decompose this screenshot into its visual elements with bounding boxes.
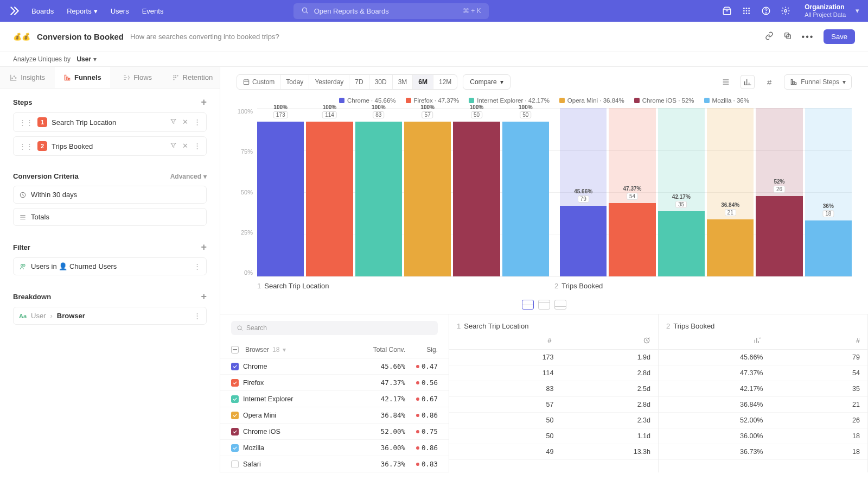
bar-step1[interactable]: 100%50 [502, 108, 549, 276]
settings-icon[interactable] [781, 6, 790, 16]
top-nav: Boards Reports▾ Users Events Open Report… [0, 0, 868, 22]
range-7d[interactable]: 7D [349, 75, 369, 89]
chevron-down-icon: ▾ [93, 55, 97, 63]
table-row[interactable]: Opera Mini 36.84% 0.86 [220, 407, 449, 424]
breakdown-more-icon[interactable]: ⋮ [194, 312, 201, 320]
totals-option[interactable]: Totals [13, 208, 207, 226]
list-view-icon[interactable] [719, 75, 733, 89]
legend-item[interactable]: Internet Explorer · 42.17% [469, 97, 550, 104]
row-checkbox[interactable] [231, 412, 239, 419]
range-today[interactable]: Today [280, 75, 309, 89]
steps-header: Steps + [13, 97, 207, 107]
svg-rect-32 [793, 81, 794, 85]
save-button[interactable]: Save [824, 29, 855, 44]
bar-step1[interactable]: 100%173 [257, 108, 304, 276]
breakdown-item[interactable]: Aa User › Browser ⋮ [13, 307, 207, 325]
legend-item[interactable]: Opera Mini · 36.84% [559, 97, 624, 104]
help-icon[interactable] [761, 6, 771, 16]
add-step-button[interactable]: + [201, 97, 207, 107]
row-checkbox[interactable] [231, 444, 239, 452]
row-checkbox[interactable] [231, 428, 239, 435]
svg-point-28 [21, 264, 23, 266]
range-yesterday[interactable]: Yesterday [309, 75, 349, 89]
remove-icon[interactable]: ✕ [182, 118, 188, 127]
table-row[interactable]: Chrome 45.66% 0.47 [220, 358, 449, 375]
legend-item[interactable]: Mozilla · 36% [704, 97, 749, 104]
report-subtitle: How are searches converting into booked … [130, 33, 279, 41]
step-item[interactable]: ⋮⋮ 2 Trips Booked ✕ ⋮ [13, 136, 207, 156]
compare-button[interactable]: Compare ▾ [463, 74, 510, 90]
nav-events[interactable]: Events [142, 7, 164, 15]
row-checkbox[interactable] [231, 460, 239, 468]
filter-item[interactable]: Users in 👤 Churned Users ⋮ [13, 257, 207, 275]
row-checkbox[interactable] [231, 379, 239, 387]
range-6m[interactable]: 6M [413, 75, 433, 89]
view-split[interactable] [522, 300, 534, 310]
table-row[interactable]: Mozilla 36.00% 0.86 [220, 440, 449, 456]
legend-item[interactable]: Firefox · 47.37% [406, 97, 459, 104]
row-checkbox[interactable] [231, 395, 239, 403]
nav-users[interactable]: Users [111, 7, 129, 15]
table-row[interactable]: Internet Explorer 42.17% 0.67 [220, 391, 449, 407]
row-checkbox[interactable] [231, 363, 239, 370]
tab-funnels[interactable]: Funnels [55, 67, 110, 88]
range-3m[interactable]: 3M [393, 75, 413, 89]
filter-icon[interactable] [170, 118, 177, 127]
time-icon [556, 337, 651, 346]
remove-icon[interactable]: ✕ [182, 142, 188, 150]
more-icon[interactable]: ⋮ [194, 118, 201, 127]
conversion-window[interactable]: Within 30 days [13, 186, 207, 204]
bar-step2[interactable]: 47.37%54 [609, 108, 655, 276]
filter-more-icon[interactable]: ⋮ [194, 262, 201, 270]
global-search[interactable]: Open Reports & Boards ⌘ + K [293, 3, 489, 19]
bar-step2[interactable]: 45.66%79 [560, 108, 607, 276]
link-icon[interactable] [765, 31, 774, 42]
browser-column-header[interactable]: Browser 18 ▾ [231, 346, 356, 354]
more-icon[interactable]: ••• [802, 32, 814, 42]
bar-step1[interactable]: 100%50 [453, 108, 500, 276]
tab-flows[interactable]: Flows [110, 67, 165, 88]
add-filter-button[interactable]: + [201, 242, 207, 252]
chevron-down-icon: ▾ [856, 7, 859, 15]
number-view-icon[interactable]: # [762, 75, 776, 89]
bar-view-icon[interactable] [741, 75, 755, 89]
search-placeholder: Open Reports & Boards [314, 7, 389, 15]
bar-step2[interactable]: 42.17%35 [658, 108, 705, 276]
table-row[interactable]: Firefox 47.37% 0.56 [220, 375, 449, 391]
filter-icon[interactable] [170, 142, 177, 150]
bar-step1[interactable]: 100%83 [355, 108, 402, 276]
app-logo[interactable] [9, 5, 21, 17]
table-row[interactable]: Safari 36.73% 0.83 [220, 456, 449, 472]
range-30d[interactable]: 30D [369, 75, 393, 89]
nav-boards[interactable]: Boards [31, 7, 54, 15]
bar-step2[interactable]: 36%18 [805, 108, 852, 276]
step-item[interactable]: ⋮⋮ 1 Search Trip Location ✕ ⋮ [13, 112, 207, 132]
bar-step2[interactable]: 36.84%21 [707, 108, 754, 276]
legend-item[interactable]: Chrome · 45.66% [339, 97, 396, 104]
svg-point-22 [175, 75, 176, 76]
range-12m[interactable]: 12M [433, 75, 457, 89]
table-search[interactable]: Search [231, 321, 438, 335]
bar-step2[interactable]: 52%26 [756, 108, 802, 276]
apps-icon[interactable] [742, 6, 751, 16]
copy-icon[interactable] [783, 31, 792, 42]
nav-reports[interactable]: Reports▾ [67, 7, 98, 15]
view-bottom[interactable] [554, 300, 566, 310]
bar-step1[interactable]: 100%57 [404, 108, 451, 276]
more-icon[interactable]: ⋮ [194, 142, 201, 150]
step1-row: 1142.8d [449, 365, 658, 381]
analyze-bar[interactable]: Analyze Uniques by User ▾ [0, 52, 868, 67]
advanced-link[interactable]: Advanced ▾ [170, 173, 207, 180]
funnel-steps-dropdown[interactable]: Funnel Steps ▾ [784, 74, 852, 90]
tab-retention[interactable]: Retention [165, 67, 220, 88]
tab-insights[interactable]: Insights [0, 67, 55, 88]
add-breakdown-button[interactable]: + [201, 292, 207, 301]
inbox-icon[interactable] [722, 6, 732, 16]
view-top[interactable] [538, 300, 550, 310]
org-selector[interactable]: Organization All Project Data [805, 3, 846, 18]
table-row[interactable]: Chrome iOS 52.00% 0.75 [220, 424, 449, 440]
total-conv-header: Total Conv. [356, 346, 405, 354]
range-custom[interactable]: Custom [237, 75, 280, 89]
bar-step1[interactable]: 100%114 [306, 108, 353, 276]
legend-item[interactable]: Chrome iOS · 52% [634, 97, 694, 104]
